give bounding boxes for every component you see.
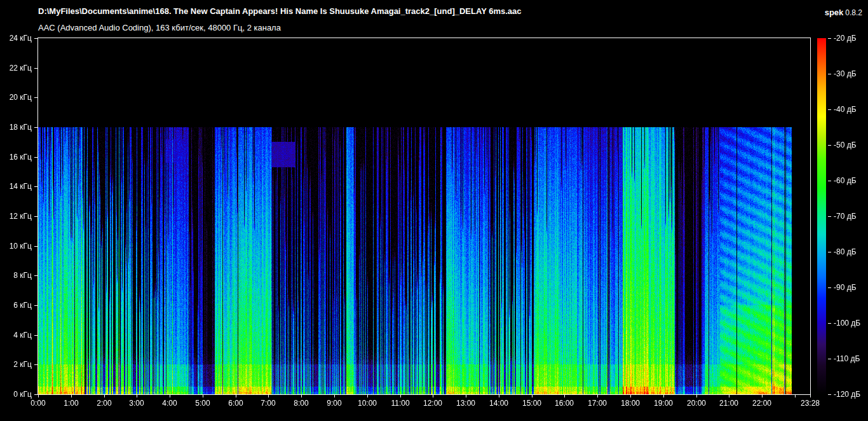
db-tick bbox=[828, 252, 831, 252]
time-tick-label: 21:00 bbox=[710, 399, 748, 408]
time-tick-label: 12:00 bbox=[414, 399, 452, 408]
time-tick-label: 4:00 bbox=[151, 399, 189, 408]
time-tick-label: 17:00 bbox=[578, 399, 616, 408]
time-tick bbox=[71, 395, 72, 397]
freq-tick-label: 20 кГц bbox=[0, 92, 32, 102]
time-tick bbox=[810, 395, 811, 397]
db-tick bbox=[828, 359, 831, 359]
time-tick bbox=[762, 395, 763, 397]
freq-tick bbox=[34, 394, 37, 395]
time-tick bbox=[334, 395, 335, 397]
app-brand: spek0.8.2 bbox=[825, 6, 862, 18]
db-tick bbox=[828, 394, 831, 395]
app-version: 0.8.2 bbox=[845, 8, 862, 17]
db-tick-label: -90 дБ bbox=[834, 282, 857, 293]
db-tick-label: -50 дБ bbox=[834, 140, 857, 150]
time-tick-label: 3:00 bbox=[118, 399, 156, 408]
time-tick bbox=[564, 395, 565, 397]
time-tick bbox=[301, 395, 302, 397]
time-tick-label: 19:00 bbox=[644, 399, 682, 408]
time-tick-label: 10:00 bbox=[348, 399, 386, 408]
db-tick-label: -80 дБ bbox=[834, 247, 857, 257]
time-tick bbox=[532, 395, 532, 397]
time-tick bbox=[104, 395, 105, 397]
time-tick-label: 16:00 bbox=[545, 399, 583, 408]
db-tick-label: -70 дБ bbox=[834, 211, 857, 221]
freq-tick-label: 10 кГц bbox=[0, 241, 32, 251]
spectrogram-canvas bbox=[38, 38, 810, 394]
db-tick bbox=[828, 287, 831, 288]
freq-tick bbox=[34, 246, 37, 247]
time-tick bbox=[499, 395, 499, 397]
db-tick-label: -30 дБ bbox=[834, 69, 857, 79]
freq-tick bbox=[34, 157, 37, 158]
freq-tick bbox=[34, 38, 37, 39]
time-tick-label: 22:00 bbox=[743, 399, 781, 408]
freq-tick-label: 16 кГц bbox=[0, 152, 32, 162]
db-tick-label: -40 дБ bbox=[834, 104, 857, 114]
codec-info: AAC (Advanced Audio Coding), 163 кбит/се… bbox=[38, 23, 281, 32]
time-tick bbox=[729, 395, 729, 397]
freq-tick bbox=[34, 275, 37, 276]
freq-tick bbox=[34, 305, 37, 306]
freq-tick-label: 6 кГц bbox=[0, 300, 32, 310]
time-tick-label: 18:00 bbox=[611, 399, 649, 408]
db-tick bbox=[828, 74, 831, 74]
time-tick bbox=[236, 395, 236, 397]
time-tick bbox=[137, 395, 137, 397]
time-tick-label: 9:00 bbox=[315, 399, 353, 408]
freq-tick bbox=[34, 186, 37, 187]
time-tick bbox=[696, 395, 697, 397]
freq-tick bbox=[34, 364, 37, 365]
time-tick-label: 23:28 bbox=[791, 399, 829, 408]
time-tick bbox=[203, 395, 203, 397]
time-tick-label: 0:00 bbox=[19, 399, 57, 408]
time-tick-label: 1:00 bbox=[52, 399, 90, 408]
app-name: spek bbox=[825, 8, 844, 17]
time-tick-label: 5:00 bbox=[184, 399, 222, 408]
file-path: D:\MyFiles\Documents\anime\168. The New … bbox=[38, 6, 522, 16]
time-tick-label: 7:00 bbox=[249, 399, 287, 408]
freq-tick-label: 18 кГц bbox=[0, 122, 32, 132]
db-tick bbox=[828, 323, 831, 324]
time-tick bbox=[433, 395, 433, 397]
time-tick-label: 13:00 bbox=[447, 399, 485, 408]
freq-tick-label: 8 кГц bbox=[0, 270, 32, 280]
freq-tick-label: 24 кГц bbox=[0, 33, 32, 43]
freq-tick bbox=[34, 216, 37, 217]
freq-tick-label: 12 кГц bbox=[0, 211, 32, 221]
time-tick-label: 8:00 bbox=[282, 399, 320, 408]
time-tick bbox=[38, 395, 39, 397]
db-tick bbox=[828, 109, 831, 110]
freq-tick-label: 4 кГц bbox=[0, 330, 32, 340]
time-tick bbox=[400, 395, 401, 397]
time-tick bbox=[597, 395, 598, 397]
db-tick-label: -110 дБ bbox=[834, 354, 860, 364]
freq-tick-label: 0 кГц bbox=[0, 389, 32, 399]
time-tick bbox=[795, 395, 796, 397]
db-tick bbox=[828, 38, 831, 39]
db-tick-label: -20 дБ bbox=[834, 33, 857, 43]
freq-tick bbox=[34, 68, 37, 69]
db-tick-label: -120 дБ bbox=[834, 389, 860, 399]
time-tick bbox=[170, 395, 170, 397]
freq-tick bbox=[34, 127, 37, 128]
time-tick-label: 14:00 bbox=[480, 399, 518, 408]
time-tick bbox=[367, 395, 368, 397]
time-tick bbox=[630, 395, 631, 397]
freq-tick-label: 14 кГц bbox=[0, 181, 32, 191]
db-tick-label: -100 дБ bbox=[834, 318, 860, 328]
db-tick bbox=[828, 145, 831, 146]
time-tick bbox=[663, 395, 664, 397]
time-tick bbox=[466, 395, 466, 397]
db-tick-label: -60 дБ bbox=[834, 176, 857, 186]
freq-tick bbox=[34, 97, 37, 98]
freq-tick-label: 2 кГц bbox=[0, 359, 32, 369]
freq-tick-label: 22 кГц bbox=[0, 63, 32, 73]
db-tick bbox=[828, 216, 831, 217]
db-tick bbox=[828, 181, 831, 181]
time-tick bbox=[268, 395, 269, 397]
freq-tick bbox=[34, 335, 37, 336]
db-colorbar bbox=[817, 38, 826, 394]
